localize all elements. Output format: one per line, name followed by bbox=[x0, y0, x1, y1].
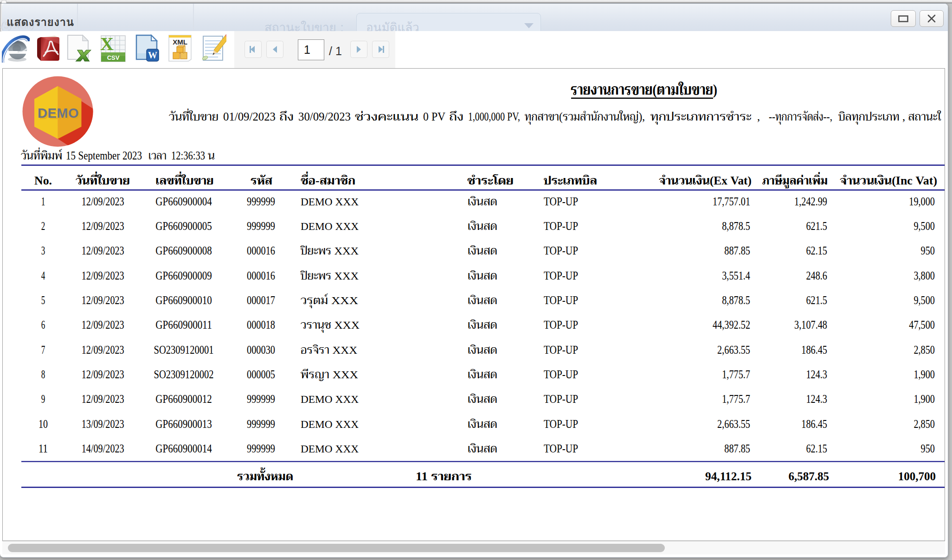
svg-text:ทุกประเภทการชำระ: ทุกประเภทการชำระ bbox=[650, 107, 752, 127]
svg-text:DEMO XXX: DEMO XXX bbox=[301, 414, 359, 434]
svg-text:100,700: 100,700 bbox=[898, 466, 936, 486]
svg-text:12/09/2023: 12/09/2023 bbox=[82, 364, 124, 384]
svg-text:SO2309120002: SO2309120002 bbox=[154, 364, 214, 384]
svg-text:14/09/2023: 14/09/2023 bbox=[82, 439, 124, 458]
svg-text:GP660900014: GP660900014 bbox=[155, 439, 212, 458]
svg-text:วรุตม์ XXX: วรุตม์ XXX bbox=[301, 291, 358, 310]
svg-text:8: 8 bbox=[41, 364, 45, 384]
svg-text:9,500: 9,500 bbox=[913, 290, 935, 310]
svg-text:19,000: 19,000 bbox=[909, 191, 935, 211]
svg-text:TOP-UP: TOP-UP bbox=[544, 266, 578, 286]
svg-text:12/09/2023: 12/09/2023 bbox=[82, 216, 124, 236]
svg-text:9: 9 bbox=[41, 389, 45, 409]
svg-text:10: 10 bbox=[39, 414, 48, 434]
svg-text:000030: 000030 bbox=[247, 340, 275, 360]
svg-text:12/09/2023: 12/09/2023 bbox=[82, 340, 124, 360]
svg-text:1,775.7: 1,775.7 bbox=[722, 364, 750, 384]
svg-text:บิลทุกประเภท , สถานะใ: บิลทุกประเภท , สถานะใ bbox=[838, 107, 941, 127]
svg-text:9,500: 9,500 bbox=[913, 216, 935, 236]
svg-text:000017: 000017 bbox=[247, 290, 275, 310]
svg-text:999999: 999999 bbox=[247, 191, 275, 211]
svg-text:3: 3 bbox=[41, 241, 45, 261]
svg-text:--ทุกการจัดส่ง--,: --ทุกการจัดส่ง--, bbox=[769, 107, 832, 127]
svg-text:GP660900012: GP660900012 bbox=[155, 389, 212, 409]
svg-text:12/09/2023: 12/09/2023 bbox=[82, 315, 124, 335]
svg-text:13/09/2023: 13/09/2023 bbox=[82, 414, 124, 434]
svg-text:12:36:33: 12:36:33 bbox=[171, 146, 205, 165]
svg-text:TOP-UP: TOP-UP bbox=[544, 315, 578, 335]
svg-text:11 รายการ: 11 รายการ bbox=[416, 466, 472, 486]
svg-text:รหัส: รหัส bbox=[251, 171, 273, 191]
svg-text:ช่วงคะแนน: ช่วงคะแนน bbox=[355, 107, 418, 127]
svg-text:วันที่ใบขาย: วันที่ใบขาย bbox=[76, 171, 130, 191]
svg-text:000016: 000016 bbox=[247, 266, 275, 286]
svg-text:999999: 999999 bbox=[247, 439, 275, 458]
svg-text:2: 2 bbox=[41, 216, 45, 236]
svg-text:4: 4 bbox=[41, 266, 45, 286]
svg-text:47,500: 47,500 bbox=[909, 315, 935, 335]
svg-text:ภาษีมูลค่าเพิ่ม: ภาษีมูลค่าเพิ่ม bbox=[762, 171, 828, 191]
svg-text:วันที่ใบขาย: วันที่ใบขาย bbox=[169, 107, 219, 127]
svg-text:TOP-UP: TOP-UP bbox=[544, 290, 578, 310]
svg-text:12/09/2023: 12/09/2023 bbox=[82, 266, 124, 286]
svg-text:เงินสด: เงินสด bbox=[468, 439, 497, 458]
svg-text:621.5: 621.5 bbox=[806, 290, 827, 310]
svg-text:เวลา: เวลา bbox=[148, 146, 167, 165]
svg-text:0 PV: 0 PV bbox=[423, 107, 445, 127]
svg-text:รวมทั้งหมด: รวมทั้งหมด bbox=[237, 466, 293, 486]
svg-text:TOP-UP: TOP-UP bbox=[544, 364, 578, 384]
svg-text:1,242.99: 1,242.99 bbox=[794, 191, 827, 211]
svg-text:TOP-UP: TOP-UP bbox=[544, 414, 578, 434]
svg-text:44,392.52: 44,392.52 bbox=[713, 315, 750, 335]
svg-text:วรานุช XXX: วรานุช XXX bbox=[301, 315, 360, 335]
svg-text:2,850: 2,850 bbox=[913, 414, 935, 434]
svg-text:950: 950 bbox=[921, 439, 935, 458]
svg-text:GP660900004: GP660900004 bbox=[155, 191, 212, 211]
svg-text:ทุกสาขา(รวมสำนักงานใหญ่),: ทุกสาขา(รวมสำนักงานใหญ่), bbox=[525, 107, 645, 127]
svg-text:186.45: 186.45 bbox=[801, 340, 827, 360]
svg-text:TOP-UP: TOP-UP bbox=[544, 340, 578, 360]
svg-text:2,850: 2,850 bbox=[913, 340, 935, 360]
svg-text:ชำระโดย: ชำระโดย bbox=[467, 171, 514, 191]
svg-text:อรจิรา XXX: อรจิรา XXX bbox=[301, 340, 357, 360]
svg-text:15 September 2023: 15 September 2023 bbox=[66, 146, 142, 165]
svg-text:01/09/2023: 01/09/2023 bbox=[223, 107, 276, 127]
svg-text:62.15: 62.15 bbox=[806, 241, 827, 261]
svg-text:วันที่พิมพ์: วันที่พิมพ์ bbox=[21, 146, 62, 165]
svg-text:30/09/2023: 30/09/2023 bbox=[298, 107, 351, 127]
svg-text:12/09/2023: 12/09/2023 bbox=[82, 241, 124, 261]
svg-text:GP660900010: GP660900010 bbox=[155, 290, 212, 310]
svg-text:000016: 000016 bbox=[247, 241, 275, 261]
svg-text:เงินสด: เงินสด bbox=[468, 414, 497, 434]
svg-text:6,587.85: 6,587.85 bbox=[789, 466, 830, 486]
svg-text:1,000,000 PV,: 1,000,000 PV, bbox=[468, 107, 520, 127]
svg-text:887.85: 887.85 bbox=[724, 439, 750, 458]
svg-text:887.85: 887.85 bbox=[724, 241, 750, 261]
svg-text:ถึง: ถึง bbox=[449, 107, 463, 127]
svg-text:ประเภทบิล: ประเภทบิล bbox=[544, 171, 597, 191]
svg-text:3,800: 3,800 bbox=[913, 266, 935, 286]
svg-text:DEMO: DEMO bbox=[38, 106, 79, 121]
svg-text:GP660900009: GP660900009 bbox=[155, 266, 212, 286]
svg-text:เงินสด: เงินสด bbox=[468, 364, 497, 384]
svg-text:8,878.5: 8,878.5 bbox=[722, 216, 750, 236]
svg-text:จำนวนเงิน(Ex Vat): จำนวนเงิน(Ex Vat) bbox=[659, 171, 752, 191]
svg-text:11: 11 bbox=[39, 439, 48, 458]
svg-text:000018: 000018 bbox=[247, 315, 275, 335]
svg-text:จำนวนเงิน(Inc Vat): จำนวนเงิน(Inc Vat) bbox=[840, 171, 937, 191]
svg-text:TOP-UP: TOP-UP bbox=[544, 389, 578, 409]
svg-text:GP660900011: GP660900011 bbox=[155, 315, 212, 335]
svg-text:12/09/2023: 12/09/2023 bbox=[82, 290, 124, 310]
svg-text:999999: 999999 bbox=[247, 216, 275, 236]
svg-text:DEMO XXX: DEMO XXX bbox=[301, 389, 359, 409]
svg-text:น: น bbox=[208, 146, 215, 165]
svg-text:เงินสด: เงินสด bbox=[468, 389, 497, 409]
svg-text:1,900: 1,900 bbox=[913, 364, 935, 384]
svg-text:6: 6 bbox=[41, 315, 45, 335]
svg-text:TOP-UP: TOP-UP bbox=[544, 439, 578, 458]
svg-text:เงินสด: เงินสด bbox=[468, 340, 497, 360]
svg-text:ถึง: ถึง bbox=[279, 107, 294, 127]
svg-text:TOP-UP: TOP-UP bbox=[544, 241, 578, 261]
svg-text:DEMO XXX: DEMO XXX bbox=[301, 216, 359, 236]
svg-text:12/09/2023: 12/09/2023 bbox=[82, 191, 124, 211]
